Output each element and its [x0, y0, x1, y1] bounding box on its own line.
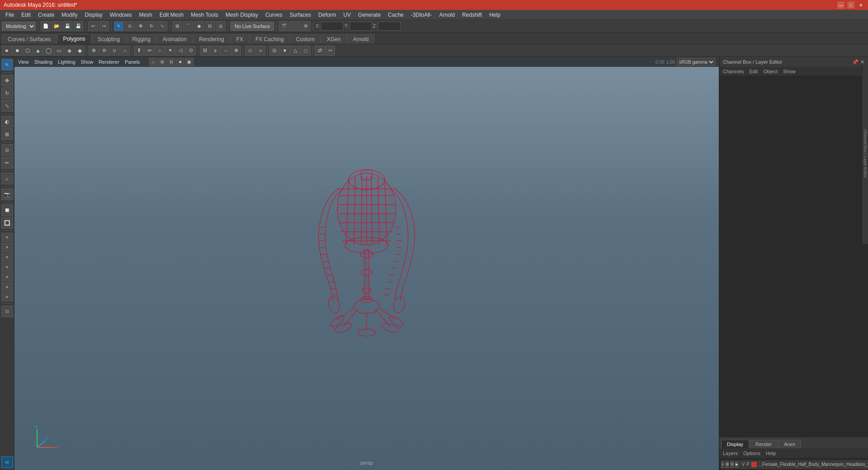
tab-xgen[interactable]: XGen — [321, 34, 347, 44]
rb-tab-display[interactable]: Display — [721, 440, 749, 448]
attribute-editor-tab[interactable]: Channel Box / Layer Editor — [862, 63, 868, 244]
mirror-cut-button[interactable]: ⇿ — [325, 46, 335, 56]
menu-mesh-tools[interactable]: Mesh Tools — [187, 11, 222, 19]
menu-edit[interactable]: Edit — [18, 11, 34, 19]
menu-3dtoall[interactable]: -3DtoAll- — [407, 11, 436, 19]
channel-icon5[interactable]: ≡ — [1, 273, 13, 282]
snap-curve-button[interactable]: ⌒ — [183, 21, 193, 31]
tab-sculpting[interactable]: Sculpting — [92, 34, 126, 44]
close-button[interactable]: ✕ — [857, 1, 864, 9]
select-mode-button[interactable]: ↖ — [1, 59, 13, 70]
layer-arrow-button[interactable]: ▶ — [735, 461, 739, 468]
cube-button[interactable]: ■ — [12, 46, 22, 56]
viewport-menu-view[interactable]: View — [18, 59, 29, 65]
rotate-tool-left-button[interactable]: ↻ — [1, 87, 13, 99]
menu-deform[interactable]: Deform — [315, 11, 340, 19]
quadrangulate-button[interactable]: □ — [301, 46, 311, 56]
sphere-button[interactable]: ● — [2, 46, 12, 56]
rb-tab-render[interactable]: Render — [750, 440, 778, 448]
viewport-3d[interactable]: View Shading Lighting Show Renderer Pane… — [14, 57, 719, 470]
channel-icon4[interactable]: ≡ — [1, 263, 13, 272]
smooth-button[interactable]: ◎ — [269, 46, 279, 56]
scale-tool-button[interactable]: ⤡ — [157, 21, 167, 31]
gamma-select[interactable]: sRGB gamma — [677, 58, 715, 66]
paint-select-button[interactable]: ✏ — [1, 157, 13, 169]
render-region-button[interactable]: 🔲 — [1, 204, 13, 216]
offset-loop-button[interactable]: ≡ — [210, 46, 220, 56]
right-panel-pin-button[interactable]: 📌 — [852, 59, 859, 65]
mirror-button[interactable]: ⇄ — [315, 46, 325, 56]
bridge-button[interactable]: ⇔ — [144, 46, 154, 56]
prism-button[interactable]: ◆ — [75, 46, 85, 56]
menu-mesh-display[interactable]: Mesh Display — [222, 11, 262, 19]
cb-tab-show[interactable]: Show — [783, 69, 796, 74]
undo-button[interactable]: ↩ — [88, 21, 98, 31]
save-file-button[interactable]: 💾 — [62, 21, 72, 31]
menu-mesh[interactable]: Mesh — [135, 11, 156, 19]
connect-button[interactable]: ⊕ — [231, 46, 241, 56]
slide-edge-button[interactable]: → — [221, 46, 231, 56]
tab-custom[interactable]: Custom — [290, 34, 321, 44]
select-lasso-button[interactable]: ⊙ — [125, 21, 135, 31]
snap-view-button[interactable]: ⊟ — [205, 21, 215, 31]
cb-tab-edit[interactable]: Edit — [749, 69, 758, 74]
channel-icon6[interactable]: ≡ — [1, 282, 13, 291]
new-file-button[interactable]: 📄 — [41, 21, 51, 31]
viewport-home-button[interactable]: ⌂ — [149, 58, 157, 66]
layer-delete-button[interactable]: ✕ — [730, 461, 734, 468]
snap-grid-button[interactable]: ⊞ — [172, 21, 182, 31]
viewport-texture-button[interactable]: ▣ — [185, 58, 193, 66]
torus-button[interactable]: ◯ — [43, 46, 53, 56]
menu-cache[interactable]: Cache — [384, 11, 407, 19]
soft-modify-button[interactable]: ◐ — [1, 116, 13, 127]
rbm-layers[interactable]: Layers — [723, 451, 738, 456]
rotate-tool-button[interactable]: ↻ — [146, 21, 156, 31]
ipr-render-button[interactable]: 🎥 — [290, 21, 300, 31]
rbm-options[interactable]: Options — [743, 451, 760, 456]
separate-button[interactable]: ⊖ — [99, 46, 109, 56]
no-live-surface-label[interactable]: No Live Surface — [231, 22, 274, 31]
move-tool-button[interactable]: ✥ — [136, 21, 146, 31]
cb-tab-channels[interactable]: Channels — [723, 69, 744, 74]
viewport-frame-button[interactable]: ⊞ — [158, 58, 166, 66]
tab-rendering[interactable]: Rendering — [193, 34, 230, 44]
circularize-button[interactable]: ⊙ — [186, 46, 196, 56]
cone-button[interactable]: ▲ — [33, 46, 43, 56]
layer-item[interactable]: V P ...Female_Flexible_Half_Body_Mannequ… — [740, 461, 868, 469]
tab-arnold[interactable]: Arnold — [347, 34, 375, 44]
menu-create[interactable]: Create — [34, 11, 58, 19]
menu-windows[interactable]: Windows — [106, 11, 136, 19]
show-manip-button[interactable]: ⊞ — [1, 128, 13, 140]
menu-file[interactable]: File — [2, 11, 18, 19]
render-button[interactable]: 🎬 — [279, 21, 289, 31]
menu-redshift[interactable]: Redshift — [458, 11, 486, 19]
scale-tool-left-button[interactable]: ⤡ — [1, 100, 13, 112]
viewport-menu-show[interactable]: Show — [81, 59, 94, 65]
menu-surfaces[interactable]: Surfaces — [286, 11, 315, 19]
mode-dropdown[interactable]: Modeling — [2, 22, 36, 31]
layer-add-button[interactable]: + — [721, 461, 724, 468]
menu-curves[interactable]: Curves — [262, 11, 286, 19]
sculpt-button[interactable]: ⌕ — [1, 173, 13, 184]
extrude-button[interactable]: ⬆ — [134, 46, 144, 56]
reduce-button[interactable]: ▼ — [280, 46, 290, 56]
camera-button[interactable]: 📷 — [1, 188, 13, 200]
render-settings-button[interactable]: ⚙ — [301, 21, 311, 31]
tab-polygons[interactable]: Polygons — [57, 34, 91, 44]
misc-button[interactable]: ⊡ — [1, 306, 13, 317]
poke-button[interactable]: ✦ — [165, 46, 175, 56]
menu-edit-mesh[interactable]: Edit Mesh — [156, 11, 187, 19]
viewport-menu-lighting[interactable]: Lighting — [58, 59, 75, 65]
cb-tab-object[interactable]: Object — [763, 69, 778, 74]
disc-button[interactable]: ◈ — [64, 46, 74, 56]
rb-tab-anim[interactable]: Anim — [778, 440, 801, 448]
menu-arnold[interactable]: Arnold — [435, 11, 458, 19]
tab-animation[interactable]: Animation — [157, 34, 193, 44]
layer-options-button[interactable]: ⚙ — [725, 461, 729, 468]
fill-hole-button[interactable]: ○ — [155, 46, 165, 56]
minimize-button[interactable]: — — [837, 1, 844, 9]
channel-icon3[interactable]: ≡ — [1, 253, 13, 262]
menu-help[interactable]: Help — [486, 11, 504, 19]
viewport-menu-shading[interactable]: Shading — [34, 59, 52, 65]
tab-fx[interactable]: FX — [231, 34, 249, 44]
